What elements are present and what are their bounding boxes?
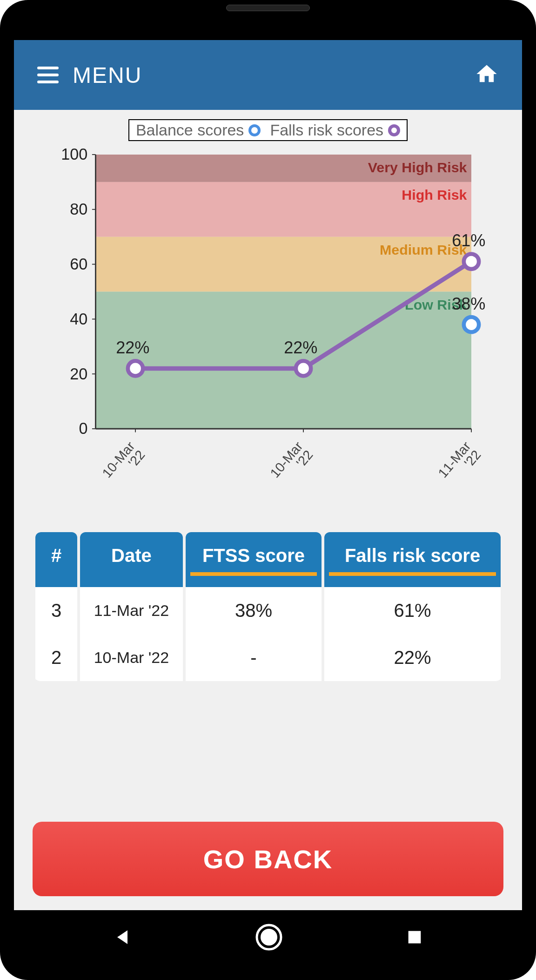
app-header: MENU: [14, 40, 522, 110]
cell-falls: 22%: [324, 634, 501, 681]
svg-text:100: 100: [61, 146, 87, 163]
circle-marker-icon: [248, 124, 261, 136]
svg-point-34: [464, 317, 479, 332]
chart-plot: Very High RiskHigh RiskMedium RiskLow Ri…: [33, 146, 503, 500]
cell-ftss: -: [186, 634, 322, 681]
cell-num: 3: [35, 587, 77, 634]
home-button[interactable]: [475, 62, 499, 88]
circle-marker-icon: [388, 124, 400, 136]
chart-legend: Balance scores Falls risk scores: [33, 119, 503, 141]
android-nav-bar: [14, 910, 522, 966]
svg-text:Very High Risk: Very High Risk: [368, 159, 467, 175]
chart-card: Balance scores Falls risk scores Very Hi…: [23, 115, 513, 509]
table-header-row: # Date FTSS score Falls risk score: [35, 532, 501, 587]
legend-balance: Balance scores: [136, 121, 261, 139]
svg-text:High Risk: High Risk: [402, 187, 467, 203]
svg-rect-6: [96, 292, 472, 429]
col-num[interactable]: #: [35, 532, 77, 587]
col-date[interactable]: Date: [80, 532, 183, 587]
nav-back-button[interactable]: [112, 927, 133, 949]
content-area: Balance scores Falls risk scores Very Hi…: [14, 110, 522, 910]
cell-num: 2: [35, 634, 77, 681]
legend-falls-label: Falls risk scores: [270, 121, 383, 139]
cell-date: 11-Mar '22: [80, 587, 183, 634]
svg-text:10-Mar'22: 10-Mar'22: [99, 439, 148, 489]
svg-text:20: 20: [70, 365, 87, 383]
svg-text:11-Mar'22: 11-Mar'22: [435, 439, 484, 489]
col-ftss[interactable]: FTSS score: [186, 532, 322, 587]
svg-rect-38: [408, 931, 421, 944]
hamburger-icon: [37, 67, 59, 83]
nav-home-button[interactable]: [255, 923, 283, 953]
menu-label: MENU: [73, 62, 142, 88]
svg-text:60: 60: [70, 255, 87, 273]
app-screen: MENU Balance scores: [14, 40, 522, 910]
device-frame: MENU Balance scores: [0, 0, 536, 980]
scores-table: # Date FTSS score Falls risk score 311-M…: [33, 532, 503, 681]
svg-text:22%: 22%: [284, 338, 317, 357]
triangle-back-icon: [112, 927, 133, 947]
svg-text:61%: 61%: [452, 231, 485, 250]
device-inner: MENU Balance scores: [14, 14, 522, 966]
table-row[interactable]: 311-Mar '2238%61%: [35, 587, 501, 634]
circle-home-icon: [255, 923, 283, 951]
svg-point-37: [261, 929, 277, 946]
go-back-button[interactable]: GO BACK: [33, 822, 503, 896]
svg-text:38%: 38%: [452, 294, 485, 313]
svg-point-32: [464, 254, 479, 269]
square-recent-icon: [405, 928, 424, 946]
svg-point-30: [296, 361, 311, 376]
svg-text:22%: 22%: [116, 338, 149, 357]
nav-recent-button[interactable]: [405, 928, 424, 948]
svg-text:80: 80: [70, 200, 87, 218]
svg-text:40: 40: [70, 310, 87, 328]
svg-text:10-Mar'22: 10-Mar'22: [267, 439, 316, 489]
menu-button[interactable]: MENU: [37, 62, 142, 88]
cell-falls: 61%: [324, 587, 501, 634]
cell-ftss: 38%: [186, 587, 322, 634]
svg-point-28: [128, 361, 143, 376]
svg-text:0: 0: [79, 419, 87, 437]
device-speaker: [226, 5, 310, 11]
col-falls[interactable]: Falls risk score: [324, 532, 501, 587]
legend-balance-label: Balance scores: [136, 121, 244, 139]
cell-date: 10-Mar '22: [80, 634, 183, 681]
go-back-label: GO BACK: [203, 844, 333, 874]
table-row[interactable]: 210-Mar '22-22%: [35, 634, 501, 681]
home-icon: [475, 62, 499, 86]
legend-falls: Falls risk scores: [270, 121, 400, 139]
